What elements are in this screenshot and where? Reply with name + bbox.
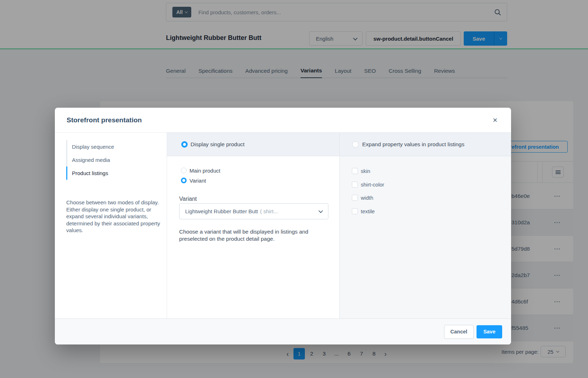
- modal-nav-assigned-media[interactable]: Assigned media: [66, 153, 160, 167]
- checkbox-icon: [352, 195, 358, 201]
- radio-option-variant[interactable]: Variant: [167, 176, 339, 185]
- modal-cancel-button[interactable]: Cancel: [444, 325, 474, 339]
- storefront-presentation-modal: Storefront presentation ✕ Display sequen…: [55, 108, 511, 344]
- property-checkbox-list: skinshirt-colorwidthtextile: [340, 164, 511, 218]
- property-label: shirt-color: [361, 182, 384, 188]
- option-label: Variant: [189, 178, 206, 184]
- radio-selected-icon: [181, 141, 188, 148]
- variant-help-text: Choose a variant that will be displayed …: [179, 228, 320, 242]
- checkbox-icon: [352, 182, 358, 188]
- expand-property-values-option[interactable]: Expand property values in product listin…: [340, 133, 511, 156]
- chevron-down-icon: [318, 209, 323, 213]
- property-checkbox-textile[interactable]: textile: [340, 205, 511, 218]
- radio-option-main-product[interactable]: Main product: [167, 166, 339, 175]
- property-checkbox-width[interactable]: width: [340, 191, 511, 205]
- option-label: Main product: [189, 168, 220, 174]
- modal-nav-display-sequence[interactable]: Display sequence: [66, 140, 160, 153]
- modal-sidebar: Display sequenceAssigned mediaProduct li…: [55, 133, 167, 318]
- radio-selected-icon: [181, 178, 187, 183]
- property-checkbox-shirt-color[interactable]: shirt-color: [340, 178, 511, 191]
- single-product-column: Display single product Main productVaria…: [167, 133, 339, 318]
- option-label: Expand property values in product listin…: [362, 141, 464, 148]
- variant-select-value-hint: ( shirt...: [260, 208, 278, 214]
- checkbox-icon: [352, 208, 358, 214]
- property-checkbox-skin[interactable]: skin: [340, 164, 511, 178]
- modal-body: Display sequenceAssigned mediaProduct li…: [55, 133, 511, 318]
- variant-select-value: Lightweight Rubber Butter Butt: [185, 208, 258, 214]
- checkbox-icon: [352, 168, 358, 174]
- radio-unselected-icon: [352, 141, 359, 148]
- variant-select[interactable]: Lightweight Rubber Butter Butt ( shirt..…: [179, 203, 328, 219]
- modal-nav-product-listings[interactable]: Product listings: [66, 167, 160, 180]
- screen: All Lightweight Rubber Butter Butt Engli…: [0, 0, 588, 378]
- modal-save-button[interactable]: Save: [477, 325, 502, 338]
- modal-footer: Cancel Save: [55, 318, 511, 344]
- property-label: skin: [361, 168, 370, 174]
- property-label: textile: [361, 208, 375, 214]
- option-label: Display single product: [191, 141, 245, 148]
- property-label: width: [361, 195, 373, 201]
- sidebar-description: Choose between two modes of display. Eit…: [66, 199, 161, 234]
- expand-properties-column: Expand property values in product listin…: [339, 133, 511, 318]
- close-icon[interactable]: ✕: [489, 108, 501, 133]
- radio-unselected-icon: [181, 168, 187, 173]
- modal-header: Storefront presentation ✕: [55, 108, 511, 133]
- display-single-product-option[interactable]: Display single product: [167, 133, 339, 156]
- modal-sidebar-nav: Display sequenceAssigned mediaProduct li…: [66, 140, 160, 180]
- single-mode-options: Main productVariant: [167, 166, 339, 186]
- variant-field-label: Variant: [179, 196, 197, 202]
- modal-title: Storefront presentation: [67, 116, 142, 124]
